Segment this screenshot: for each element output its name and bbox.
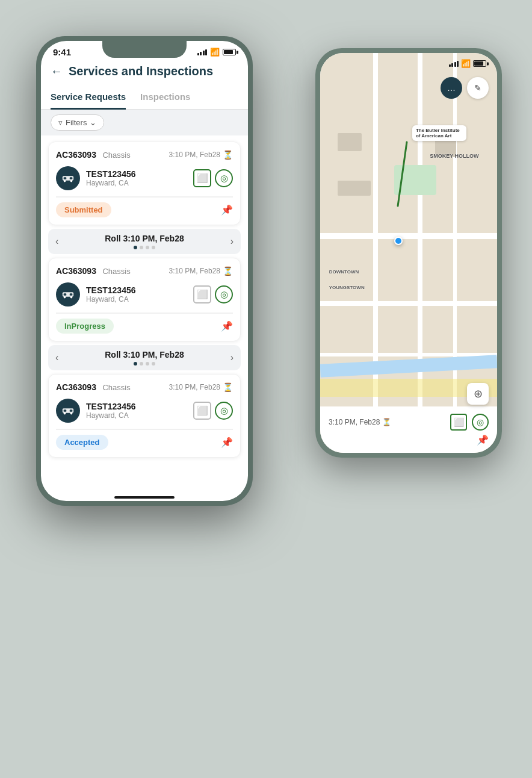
front-wifi-icon: 📶 (210, 48, 220, 57)
status-badge-2: InProgress (56, 319, 114, 334)
roll-dot-1-4 (152, 246, 155, 249)
card-2-vehicle-info: TEST123456 Hayward, CA (86, 285, 187, 303)
roll-banner-1: ‹ Roll 3:10 PM, Feb28 › (48, 229, 241, 254)
roll-banner-2: ‹ Roll 3:10 PM, Feb28 › (48, 345, 241, 370)
card-2-id: AC363093 (56, 266, 96, 276)
card-2-footer: InProgress 📌 (56, 313, 233, 334)
card-1-vehicle-info: TEST123456 Hayward, CA (86, 169, 187, 187)
service-card-2: AC363093 Chassis 3:10 PM, Feb28 ⏳ (48, 258, 241, 341)
roll-chevron-right-2[interactable]: › (230, 352, 234, 363)
chevron-down-icon: ⌄ (90, 118, 96, 127)
svg-rect-7 (70, 293, 73, 296)
card-3-id-area: AC363093 Chassis (56, 382, 131, 393)
svg-point-14 (70, 412, 73, 415)
chassis-icon-3 (61, 404, 75, 417)
vehicle-avatar-3 (56, 399, 80, 423)
svg-rect-1 (64, 177, 67, 179)
chassis-icon-2 (61, 288, 75, 301)
content-area: AC363093 Chassis 3:10 PM, Feb28 ⏳ (41, 135, 248, 491)
card-2-icons: ⬜ ◎ (193, 285, 233, 303)
recenter-button[interactable]: ⊕ (467, 383, 489, 405)
card-3-header: AC363093 Chassis 3:10 PM, Feb28 ⏳ (56, 382, 233, 393)
card-2-time: 3:10 PM, Feb28 ⏳ (169, 266, 233, 276)
card-1-id: AC363093 (56, 150, 96, 160)
roll-chevron-left-1[interactable]: ‹ (55, 236, 58, 247)
roll-title-2: Roll 3:10 PM, Feb28 (105, 350, 184, 359)
signal-icon (449, 61, 459, 67)
clock-icon-2: ⏳ (223, 266, 233, 276)
map-footer: 3:10 PM, Feb28 ⏳ ⬜ ◎ 📌 (320, 406, 497, 453)
box-icon-1: ⬜ (193, 169, 211, 187)
back-status-bar: 📶 (320, 53, 497, 70)
card-3-body: TEST123456 Hayward, CA ⬜ ◎ (56, 399, 233, 423)
card-3-time: 3:10 PM, Feb28 ⏳ (169, 382, 233, 392)
card-1-vehicle-name: TEST123456 (86, 169, 187, 179)
card-2-vehicle-name: TEST123456 (86, 285, 187, 295)
service-card-1: AC363093 Chassis 3:10 PM, Feb28 ⏳ (48, 142, 241, 225)
back-button[interactable]: ← (51, 64, 63, 78)
tab-inspections[interactable]: Inspections (140, 86, 190, 110)
roll-dot-2-1 (134, 362, 137, 366)
filters-bar: ▿ Filters ⌄ (41, 110, 248, 135)
tab-service-requests[interactable]: Service Requests (51, 86, 126, 110)
roll-dots-2 (105, 362, 184, 366)
edit-button[interactable]: ✎ (467, 77, 489, 99)
status-right-icons: 📶 (197, 48, 237, 57)
svg-point-3 (64, 180, 66, 182)
card-3-icons: ⬜ ◎ (193, 402, 233, 420)
card-3-id: AC363093 (56, 382, 96, 392)
battery-icon (473, 60, 486, 67)
status-badge-3: Accepted (56, 435, 108, 450)
paperclip-1[interactable]: 📌 (221, 204, 233, 216)
front-battery-icon (223, 49, 236, 55)
card-3-footer: Accepted 📌 (56, 429, 233, 450)
clock-icon-3: ⏳ (223, 382, 233, 392)
map-header-buttons: … ✎ (320, 72, 497, 104)
card-3-vehicle-loc: Hayward, CA (86, 411, 187, 420)
card-1-body: TEST123456 Hayward, CA ⬜ ◎ (56, 166, 233, 190)
card-2-vehicle-loc: Hayward, CA (86, 295, 187, 303)
clock-icon-1: ⏳ (223, 150, 233, 160)
box-icon-3: ⬜ (193, 402, 211, 420)
card-2-header: AC363093 Chassis 3:10 PM, Feb28 ⏳ (56, 266, 233, 276)
card-1-vehicle-loc: Hayward, CA (86, 179, 187, 187)
svg-rect-2 (70, 177, 73, 179)
paperclip-2[interactable]: 📌 (221, 320, 233, 332)
chat-button[interactable]: … (441, 77, 462, 99)
roll-center-2: Roll 3:10 PM, Feb28 (105, 350, 184, 366)
card-2-type: Chassis (102, 267, 130, 276)
front-signal-icon (197, 49, 208, 55)
filters-button[interactable]: ▿ Filters ⌄ (51, 114, 104, 131)
roll-title-1: Roll 3:10 PM, Feb28 (105, 234, 184, 243)
card-2-body: TEST123456 Hayward, CA ⬜ ◎ (56, 282, 233, 307)
tabs: Service Requests Inspections (41, 86, 248, 110)
status-badge-1: Submitted (56, 202, 111, 217)
map-footer-time: 3:10 PM, Feb28 ⏳ (329, 418, 391, 426)
home-bar (114, 496, 175, 499)
svg-rect-6 (64, 293, 67, 296)
svg-rect-11 (64, 409, 67, 412)
card-1-id-area: AC363093 Chassis (56, 149, 131, 160)
paperclip-icon: 📌 (477, 434, 489, 446)
neighborhood-2: DOWNTOWN (329, 269, 359, 275)
vehicle-avatar-2 (56, 282, 80, 307)
service-card-3: AC363093 Chassis 3:10 PM, Feb28 ⏳ (48, 374, 241, 458)
svg-point-8 (64, 296, 66, 299)
wheel-icon-3: ◎ (215, 402, 233, 420)
roll-center-1: Roll 3:10 PM, Feb28 (105, 234, 184, 249)
roll-chevron-left-2[interactable]: ‹ (55, 352, 58, 363)
page-title: Services and Inspections (69, 64, 213, 78)
card-1-footer: Submitted 📌 (56, 197, 233, 217)
card-3-vehicle-info: TEST123456 Hayward, CA (86, 402, 187, 420)
roll-chevron-right-1[interactable]: › (230, 236, 234, 247)
neighborhood-1: SMOKEY HOLLOW (430, 153, 478, 159)
card-1-type: Chassis (102, 151, 130, 160)
svg-rect-12 (70, 409, 73, 412)
card-1-icons: ⬜ ◎ (193, 169, 233, 187)
filter-icon: ▿ (58, 118, 63, 127)
paperclip-3[interactable]: 📌 (221, 437, 233, 448)
roll-dot-1-2 (140, 246, 143, 249)
app-header: ← Services and Inspections (41, 60, 248, 86)
wheel-icon-2: ◎ (215, 285, 233, 303)
back-status-icons: 📶 (449, 59, 487, 68)
